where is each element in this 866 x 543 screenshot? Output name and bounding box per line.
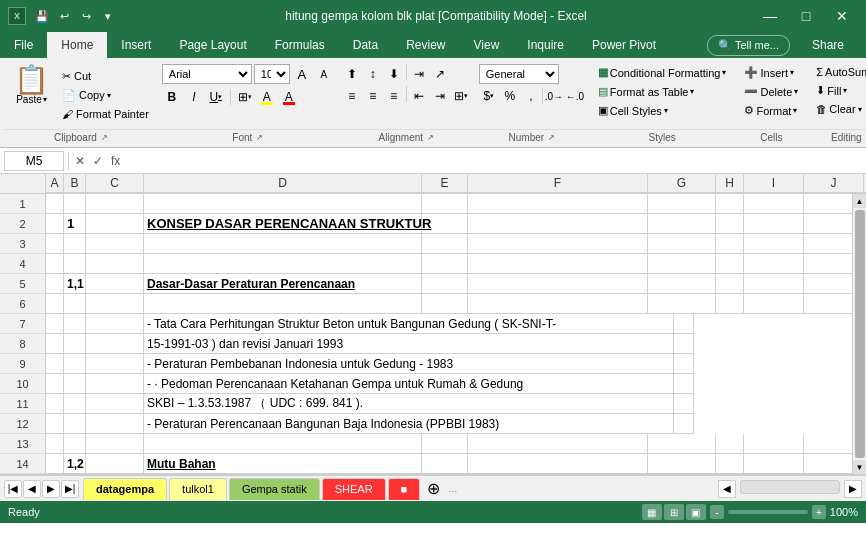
cell-a5[interactable] — [46, 274, 64, 294]
cell-b13[interactable] — [64, 434, 86, 454]
cell-e3[interactable] — [422, 234, 468, 254]
cell-i2[interactable] — [744, 214, 804, 234]
cell-g14[interactable] — [648, 454, 716, 474]
zoom-in-button[interactable]: + — [812, 505, 826, 519]
cell-f14[interactable] — [468, 454, 648, 474]
add-sheet-button[interactable]: ⊕ — [422, 478, 444, 500]
undo-button[interactable]: ↩ — [54, 6, 74, 26]
tab-file[interactable]: File — [0, 32, 47, 58]
cell-c3[interactable] — [86, 234, 144, 254]
cell-i3[interactable] — [744, 234, 804, 254]
confirm-formula-button[interactable]: ✓ — [91, 152, 105, 170]
insert-cells-button[interactable]: ➕Insert▾ — [739, 64, 799, 81]
cell-k9[interactable] — [674, 354, 694, 374]
scroll-thumb[interactable] — [855, 210, 865, 458]
cell-b7[interactable] — [64, 314, 86, 334]
col-header-d[interactable]: D — [144, 174, 422, 193]
percent-button[interactable]: % — [500, 86, 520, 106]
tab-formulas[interactable]: Formulas — [261, 32, 339, 58]
clipboard-expand-icon[interactable]: ↗ — [101, 133, 108, 142]
share-button[interactable]: Share — [798, 32, 858, 58]
cell-b10[interactable] — [64, 374, 86, 394]
cell-d8[interactable]: 15-1991-03 ) dan revisi Januari 1993 — [144, 334, 674, 354]
format-painter-button[interactable]: 🖌 Format Painter — [57, 106, 154, 122]
cell-f13[interactable] — [468, 434, 648, 454]
cell-c13[interactable] — [86, 434, 144, 454]
row-num-10[interactable]: 10 — [0, 374, 45, 394]
cell-a1[interactable] — [46, 194, 64, 214]
col-header-c[interactable]: C — [86, 174, 144, 193]
page-break-view-button[interactable]: ▣ — [686, 504, 706, 520]
cell-b12[interactable] — [64, 414, 86, 434]
cell-e13[interactable] — [422, 434, 468, 454]
next-sheet-button[interactable]: ▶ — [42, 480, 60, 498]
cell-d10[interactable]: - · Pedoman Perencanaan Ketahanan Gempa … — [144, 374, 674, 394]
cell-d3[interactable] — [144, 234, 422, 254]
row-num-4[interactable]: 4 — [0, 254, 45, 274]
maximize-button[interactable]: □ — [790, 2, 822, 30]
insert-function-button[interactable]: fx — [109, 152, 122, 170]
cell-c7[interactable] — [86, 314, 144, 334]
cell-e5[interactable] — [422, 274, 468, 294]
cell-h2[interactable] — [716, 214, 744, 234]
cell-a6[interactable] — [46, 294, 64, 314]
cell-c8[interactable] — [86, 334, 144, 354]
zoom-out-button[interactable]: - — [710, 505, 724, 519]
row-num-11[interactable]: 11 — [0, 394, 45, 414]
delete-cells-button[interactable]: ➖Delete▾ — [739, 83, 803, 100]
cell-i5[interactable] — [744, 274, 804, 294]
scroll-right-button[interactable]: ▶ — [844, 480, 862, 498]
cell-j5[interactable] — [804, 274, 852, 294]
cell-j6[interactable] — [804, 294, 852, 314]
cell-a14[interactable] — [46, 454, 64, 474]
cell-e2[interactable] — [422, 214, 468, 234]
sheet-tab-datagempa[interactable]: datagempa — [83, 478, 167, 500]
cell-e6[interactable] — [422, 294, 468, 314]
minimize-button[interactable]: — — [754, 2, 786, 30]
format-cells-button[interactable]: ⚙Format▾ — [739, 102, 802, 119]
vertical-scrollbar[interactable]: ▲ ▼ — [852, 194, 866, 474]
close-button[interactable]: ✕ — [826, 2, 858, 30]
cell-a3[interactable] — [46, 234, 64, 254]
cell-d2[interactable]: KONSEP DASAR PERENCANAAN STRUKTUR — [144, 214, 422, 234]
center-align-button[interactable]: ≡ — [363, 86, 383, 106]
cell-b14[interactable]: 1,2 — [64, 454, 86, 474]
clear-button[interactable]: 🗑Clear▾ — [811, 101, 866, 117]
col-header-i[interactable]: I — [744, 174, 804, 193]
tab-home[interactable]: Home — [47, 32, 107, 58]
sheet-tab-tulkol1[interactable]: tulkol1 — [169, 478, 227, 500]
cell-f2[interactable] — [468, 214, 648, 234]
tab-power-pivot[interactable]: Power Pivot — [578, 32, 670, 58]
cell-a11[interactable] — [46, 394, 64, 414]
conditional-formatting-button[interactable]: ▦ Conditional Formatting ▾ — [593, 64, 732, 81]
cell-j4[interactable] — [804, 254, 852, 274]
cell-c2[interactable] — [86, 214, 144, 234]
col-header-g[interactable]: G — [648, 174, 716, 193]
cell-e1[interactable] — [422, 194, 468, 214]
col-header-e[interactable]: E — [422, 174, 468, 193]
decrease-indent-button[interactable]: ⇤ — [409, 86, 429, 106]
merge-center-button[interactable]: ⊞▾ — [451, 86, 471, 106]
row-num-9[interactable]: 9 — [0, 354, 45, 374]
cell-c12[interactable] — [86, 414, 144, 434]
cell-k11[interactable] — [674, 394, 694, 414]
prev-sheet-button[interactable]: ◀ — [23, 480, 41, 498]
text-rotate-button[interactable]: ↗ — [430, 64, 450, 84]
tab-insert[interactable]: Insert — [107, 32, 165, 58]
copy-button[interactable]: 📄 Copy▾ — [57, 87, 154, 104]
autosum-button[interactable]: Σ AutoSum▾ — [811, 64, 866, 80]
cell-h1[interactable] — [716, 194, 744, 214]
cell-a8[interactable] — [46, 334, 64, 354]
last-sheet-button[interactable]: ▶| — [61, 480, 79, 498]
currency-button[interactable]: $▾ — [479, 86, 499, 106]
cell-a12[interactable] — [46, 414, 64, 434]
wrap-text-button[interactable]: ⇥ — [409, 64, 429, 84]
sheet-tab-gempa-statik[interactable]: Gempa statik — [229, 478, 320, 500]
cell-a2[interactable] — [46, 214, 64, 234]
cell-c14[interactable] — [86, 454, 144, 474]
cell-k12[interactable] — [674, 414, 694, 434]
cell-b11[interactable] — [64, 394, 86, 414]
config-button[interactable]: ▾ — [98, 6, 118, 26]
cell-j3[interactable] — [804, 234, 852, 254]
cell-f1[interactable] — [468, 194, 648, 214]
